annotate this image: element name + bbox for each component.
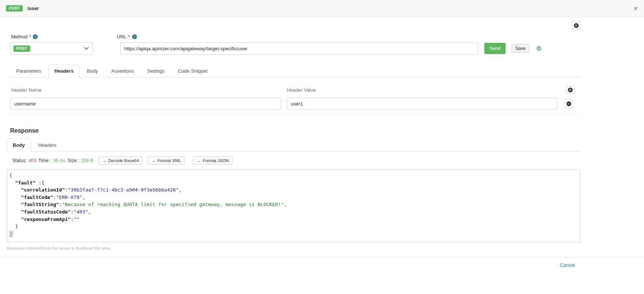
url-input[interactable]: [120, 42, 478, 55]
method-badge: POST: [6, 5, 23, 12]
request-tabs: Parameters Headers Body Assertions Setti…: [7, 64, 580, 78]
arrow-icon: →: [151, 158, 156, 163]
cancel-link[interactable]: Cancel: [560, 262, 575, 268]
modal-header: POST /user ✕: [0, 0, 644, 17]
plus-circle-icon: +: [568, 88, 573, 92]
plus-circle-icon: +: [574, 23, 579, 28]
tab-headers[interactable]: Headers: [49, 64, 79, 78]
tab-body[interactable]: Body: [81, 64, 104, 78]
tab-assertions[interactable]: Assertions: [105, 64, 140, 78]
status-label: Status:: [12, 158, 27, 163]
endpoint-path: /user: [27, 6, 39, 11]
info-icon[interactable]: i: [33, 34, 38, 39]
tab-parameters[interactable]: Parameters: [10, 64, 47, 78]
minus-circle-icon: −: [566, 101, 571, 106]
header-row: −: [7, 98, 580, 110]
header-name-input[interactable]: [10, 98, 281, 110]
size-value: 258 B: [81, 158, 93, 163]
response-hint-text: Response returned from the server is dis…: [7, 246, 580, 250]
send-button[interactable]: Send: [484, 43, 506, 54]
save-button[interactable]: Save: [512, 44, 529, 53]
tab-settings[interactable]: Settings: [141, 64, 171, 78]
remove-header-button[interactable]: −: [565, 99, 573, 108]
method-label: Method: [11, 34, 27, 39]
header-name-column-label: Header Name: [11, 87, 287, 93]
gear-icon[interactable]: ⚙: [536, 45, 542, 52]
close-icon[interactable]: ✕: [633, 6, 638, 11]
tab-code-snippet[interactable]: Code Snippet: [172, 64, 213, 78]
format-xml-button[interactable]: → Format XML: [148, 157, 185, 165]
info-icon[interactable]: i: [132, 34, 137, 39]
required-asterisk: *: [29, 34, 31, 39]
time-value: 35 ms: [53, 158, 66, 163]
decode-base64-button[interactable]: → Decode Base64: [99, 157, 143, 165]
status-code: 403: [29, 158, 37, 163]
method-select[interactable]: POST: [10, 42, 93, 55]
chevron-down-icon: [84, 45, 89, 50]
response-status-row: Status: 403 Time : 35 ms Size : 258 B → …: [7, 157, 580, 165]
add-header-button[interactable]: +: [566, 86, 574, 94]
method-badge: POST: [13, 45, 30, 52]
add-request-button[interactable]: +: [572, 21, 580, 29]
tab-response-headers[interactable]: Headers: [32, 139, 62, 152]
arrow-icon: →: [197, 158, 201, 163]
header-value-column-label: Header Value: [287, 87, 566, 93]
footer-divider: [0, 257, 644, 257]
size-label: Size :: [68, 158, 79, 163]
time-label: Time :: [38, 158, 51, 163]
format-json-button[interactable]: → Format JSON: [193, 157, 232, 165]
url-label: URL: [117, 34, 126, 39]
response-title: Response: [7, 127, 580, 134]
divider: [7, 114, 580, 115]
tab-response-body[interactable]: Body: [7, 139, 31, 152]
modal-body: + Method * i URL * i POST Send Save ⚙ Pa…: [0, 21, 580, 250]
header-value-input[interactable]: [287, 98, 557, 110]
required-asterisk: *: [128, 34, 130, 39]
response-tabs: Body Headers: [7, 139, 580, 152]
response-body-code[interactable]: { "fault" :{ "correlationId":"30b3faa7-f…: [7, 170, 580, 242]
arrow-icon: →: [102, 158, 106, 163]
